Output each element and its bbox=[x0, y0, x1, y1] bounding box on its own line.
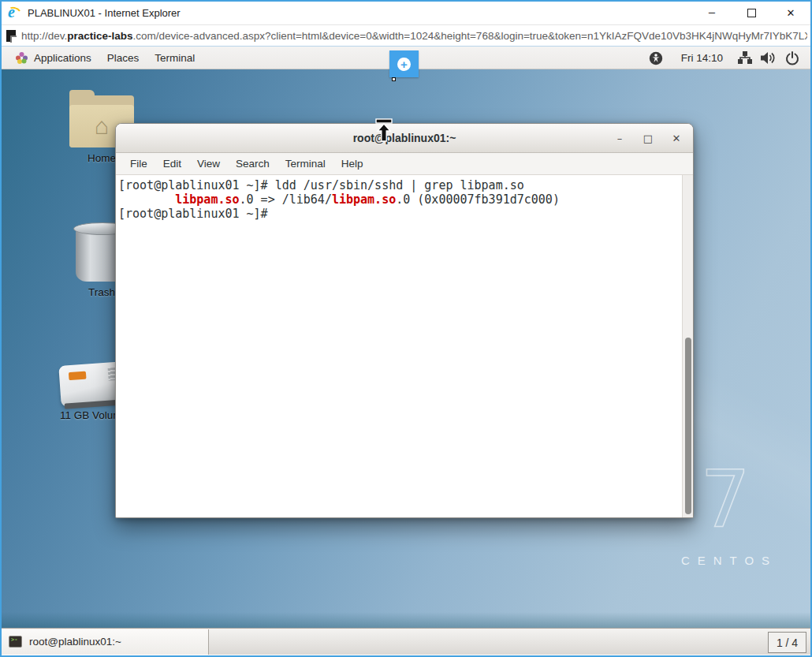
minimize-icon[interactable]: ─ bbox=[692, 2, 732, 24]
menu-places[interactable]: Places bbox=[102, 47, 151, 69]
terminal-menu-file[interactable]: File bbox=[122, 158, 155, 170]
volume-icon[interactable] bbox=[761, 50, 777, 66]
menu-applications[interactable]: Applications bbox=[9, 47, 102, 69]
terminal-line-result: libpam.so.0 => /lib64/libpam.so.0 (0x000… bbox=[118, 192, 679, 207]
grep-match: libpam.so bbox=[175, 192, 239, 207]
workspace-pager[interactable]: 1 / 4 bbox=[768, 632, 806, 653]
page-favicon-icon bbox=[6, 30, 16, 42]
accessibility-icon[interactable] bbox=[648, 50, 664, 66]
internet-explorer-icon: e bbox=[8, 6, 22, 21]
terminal-line-command: [root@plablinux01 ~]# ldd /usr/sbin/sshd… bbox=[118, 178, 679, 192]
browser-window: e PLABLINUX01 - Internet Explorer ─ ✕ ht… bbox=[0, 0, 812, 657]
terminal-scrollbar[interactable] bbox=[682, 175, 693, 517]
address-bar[interactable]: http://dev.practice-labs.com/device-adva… bbox=[2, 24, 810, 47]
maximize-icon[interactable] bbox=[732, 2, 771, 24]
terminal-window: root@plablinux01:~ – □ ✕ File Edit View … bbox=[115, 123, 694, 518]
grep-match: libpam.so bbox=[332, 192, 396, 207]
terminal-title: root@plablinux01:~ bbox=[353, 132, 456, 144]
terminal-menubar: File Edit View Search Terminal Help bbox=[116, 153, 693, 175]
plus-circle-icon: + bbox=[397, 58, 411, 71]
terminal-maximize-icon[interactable]: □ bbox=[643, 133, 654, 144]
terminal-minimize-icon[interactable]: – bbox=[614, 133, 625, 144]
terminal-titlebar[interactable]: root@plablinux01:~ – □ ✕ bbox=[116, 124, 693, 153]
ie-titlebar: e PLABLINUX01 - Internet Explorer ─ ✕ bbox=[2, 2, 810, 24]
applications-icon bbox=[15, 51, 28, 65]
terminal-menu-view[interactable]: View bbox=[189, 158, 228, 170]
linux-desktop: Applications Places Terminal Fri 14:10 bbox=[2, 47, 810, 655]
terminal-line-prompt: [root@plablinux01 ~]# bbox=[118, 207, 679, 221]
centos-brand-text: CENTOS bbox=[654, 554, 796, 567]
terminal-close-icon[interactable]: ✕ bbox=[671, 133, 682, 144]
menu-terminal[interactable]: Terminal bbox=[150, 47, 206, 69]
window-title: PLABLINUX01 - Internet Explorer bbox=[28, 7, 181, 19]
gnome-taskbar: >- root@plablinux01:~ 1 / 4 bbox=[2, 628, 810, 655]
terminal-output-area[interactable]: [root@plablinux01 ~]# ldd /usr/sbin/sshd… bbox=[116, 175, 693, 517]
clock[interactable]: Fri 14:10 bbox=[681, 52, 723, 64]
terminal-menu-search[interactable]: Search bbox=[228, 158, 277, 170]
network-icon[interactable] bbox=[737, 50, 753, 66]
url-text[interactable]: http://dev.practice-labs.com/device-adva… bbox=[21, 30, 807, 42]
terminal-menu-help[interactable]: Help bbox=[333, 158, 371, 170]
taskbar-item-terminal[interactable]: >- root@plablinux01:~ bbox=[2, 629, 209, 655]
close-icon[interactable]: ✕ bbox=[771, 2, 810, 24]
lab-toolbar-button[interactable]: + bbox=[389, 50, 419, 77]
terminal-app-icon: >- bbox=[9, 636, 22, 648]
terminal-menu-edit[interactable]: Edit bbox=[155, 158, 189, 170]
power-icon[interactable] bbox=[784, 50, 800, 66]
home-glyph-icon: ⌂ bbox=[95, 114, 109, 138]
pointer-artifact bbox=[392, 77, 396, 81]
scrollbar-thumb[interactable] bbox=[685, 338, 691, 514]
terminal-menu-terminal[interactable]: Terminal bbox=[277, 158, 333, 170]
taskbar-item-label: root@plablinux01:~ bbox=[29, 636, 121, 648]
window-controls: ─ ✕ bbox=[692, 2, 810, 24]
